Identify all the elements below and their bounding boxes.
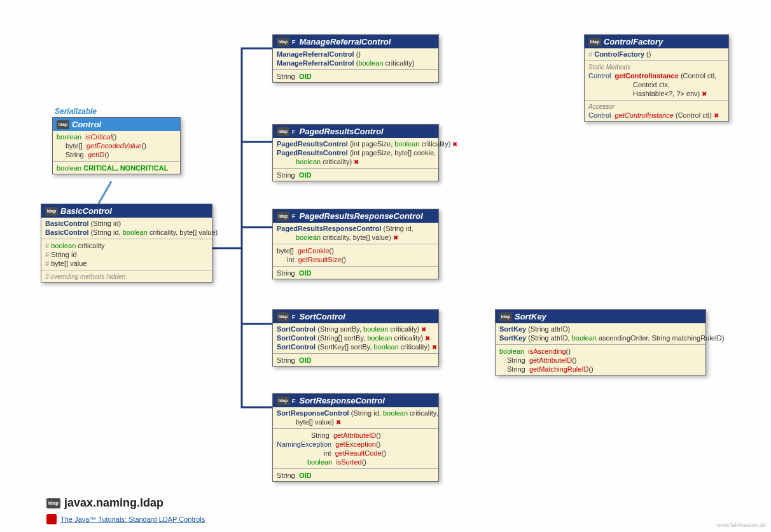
- params: byte[] value): [296, 418, 334, 426]
- constructor: PagedResultsControl: [277, 140, 348, 148]
- params: criticality): [399, 343, 430, 351]
- class-header: ldap F PagedResultsResponseControl: [273, 209, 438, 223]
- ldap-icon: ldap: [57, 120, 69, 129]
- params: (String id,: [91, 228, 123, 236]
- ldap-icon: ldap: [277, 38, 289, 46]
- class-paged-results: ldap F PagedResultsControl PagedResultsC…: [272, 124, 439, 181]
- params: (): [376, 431, 380, 439]
- method-name: isAscending: [528, 347, 566, 355]
- method-name: getAttributeID: [529, 356, 572, 364]
- return-type: String: [277, 171, 295, 179]
- bool-kw: boolean: [296, 234, 321, 241]
- ldap-icon: ldap: [277, 312, 289, 321]
- params: criticality): [419, 140, 450, 148]
- return-type: int: [287, 256, 295, 263]
- bool-kw: boolean: [374, 343, 399, 351]
- return-type: boolean: [57, 164, 81, 172]
- constructor: ManageReferralControl: [277, 50, 354, 58]
- params: (): [376, 440, 380, 448]
- return-type: byte[]: [66, 142, 83, 150]
- class-header: ldap Control: [53, 118, 180, 131]
- params: criticality): [384, 59, 415, 67]
- params: (SortKey[] sortBy,: [317, 343, 373, 351]
- params: (Control ctl): [676, 111, 712, 119]
- final-marker: F: [292, 129, 296, 135]
- ldap-icon: ldap: [45, 207, 58, 216]
- bool-kw: boolean: [358, 59, 383, 67]
- class-title: SortKey: [515, 312, 546, 321]
- hash: #: [45, 260, 49, 267]
- final-marker: F: [292, 314, 296, 320]
- ldap-icon: ldap: [46, 498, 60, 508]
- params: ascendingOrder, String matchingRuleID): [597, 334, 725, 342]
- constructor: SortKey: [499, 325, 526, 333]
- field-name: id: [71, 251, 77, 258]
- method-name: getCookie: [298, 247, 330, 255]
- class-paged-results-response: ldap F PagedResultsResponseControl Paged…: [272, 209, 439, 279]
- bool-kw: boolean: [394, 140, 419, 148]
- params: (String id): [91, 220, 122, 227]
- package-label: ldap javax.naming.ldap: [46, 496, 163, 510]
- hash: #: [45, 251, 49, 258]
- class-control-factory: ldap ControlFactory # ControlFactory () …: [584, 34, 729, 122]
- params: (String attrID,: [528, 334, 571, 342]
- params: (int pageSize, byte[] cookie,: [350, 149, 436, 157]
- throws-icon: ✖: [714, 112, 719, 119]
- class-title: PagedResultsControl: [300, 127, 384, 136]
- method-name: getResultCode: [335, 449, 382, 457]
- params: (String id,: [351, 409, 383, 417]
- params: criticality, byte[] value): [321, 234, 391, 241]
- return-type: String: [507, 365, 525, 373]
- constructor: SortControl: [277, 343, 316, 351]
- class-title: SortControl: [300, 312, 345, 321]
- constructor: ControlFactory: [594, 50, 644, 58]
- class-header: ldap SortKey: [496, 310, 705, 323]
- params: (): [104, 151, 109, 158]
- params: (): [342, 256, 346, 263]
- return-type: String: [277, 73, 295, 80]
- class-header: ldap ControlFactory: [585, 35, 728, 48]
- return-type: int: [324, 449, 331, 457]
- params: (String[] sortBy,: [317, 334, 367, 342]
- throws-icon: ✖: [336, 419, 341, 426]
- constructor: BasicControl: [45, 228, 88, 236]
- constructor: PagedResultsControl: [277, 149, 348, 157]
- throws-icon: ✖: [354, 158, 359, 165]
- params: (): [141, 142, 146, 150]
- class-title: ControlFactory: [604, 37, 663, 46]
- field-type: boolean: [51, 242, 76, 249]
- method-name: getException: [335, 440, 376, 448]
- bool-kw: boolean: [383, 409, 408, 417]
- throws-icon: ✖: [393, 234, 398, 241]
- constructor: SortResponseControl: [277, 409, 349, 417]
- constant: OID: [299, 356, 312, 364]
- tutorial-link[interactable]: The Java™ Tutorials: Standard LDAP Contr…: [46, 514, 205, 524]
- section-label: Accessor: [588, 102, 725, 111]
- method-name: getMatchingRuleID: [529, 365, 589, 373]
- method-name: isCritical: [85, 133, 112, 141]
- params: (String sortBy,: [317, 325, 363, 333]
- return-type: Control: [588, 111, 611, 119]
- params: Context ctx,: [633, 81, 670, 88]
- return-type: NamingException: [277, 440, 331, 448]
- bool-kw: boolean: [572, 334, 597, 342]
- method-name: isSorted: [336, 458, 361, 466]
- return-type: String: [277, 269, 295, 277]
- ldap-icon: ldap: [588, 38, 601, 46]
- constant: OID: [299, 472, 312, 479]
- ldap-icon: ldap: [277, 396, 289, 405]
- class-sort-key: ldap SortKey SortKey (String attrID) Sor…: [495, 309, 706, 375]
- constructor: BasicControl: [45, 220, 88, 227]
- class-header: ldap F ManageReferralControl: [273, 35, 438, 48]
- section-label: Static Methods: [588, 63, 725, 71]
- svg-line-0: [99, 181, 111, 204]
- params: criticality): [321, 158, 352, 165]
- field-name: value: [70, 260, 87, 267]
- method-name: getEncodedValue: [87, 142, 141, 150]
- constant: OID: [299, 73, 312, 80]
- class-sort-control: ldap F SortControl SortControl (String s…: [272, 309, 439, 367]
- ldap-icon: ldap: [499, 312, 512, 321]
- constructor: SortControl: [277, 334, 316, 342]
- class-title: Control: [72, 120, 101, 129]
- hidden-note: 3 overriding methods hidden: [45, 272, 208, 281]
